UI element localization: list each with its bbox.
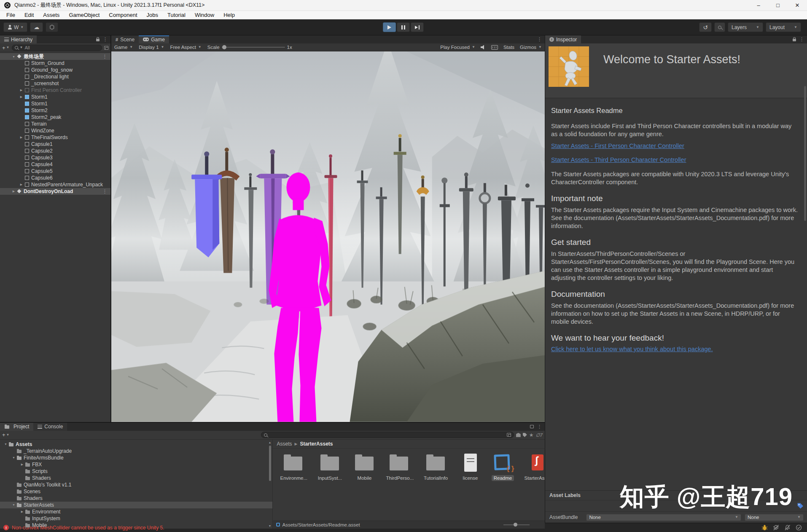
game-viewport[interactable] (111, 51, 545, 422)
cloud-services-button[interactable]: ☁ (30, 22, 43, 32)
asset-item[interactable]: ThirdPerso... (385, 453, 413, 481)
panel-menu-icon[interactable]: ⋮ (103, 37, 108, 42)
readme-block[interactable]: Starter Assets - First Person Character … (551, 142, 799, 149)
hierarchy-item[interactable]: Capsule4 ⋮ (0, 161, 110, 168)
asset-item[interactable]: TutorialInfo (422, 453, 450, 481)
expand-arrow-icon[interactable] (19, 89, 24, 92)
project-tree-item[interactable]: InputSystem (0, 515, 272, 522)
project-search-input[interactable] (261, 432, 514, 438)
hierarchy-item[interactable]: Ground_fog_snow ⋮ (0, 67, 110, 73)
lock-icon[interactable] (96, 39, 100, 41)
hierarchy-item[interactable]: Storm2 ⋮ (0, 107, 110, 114)
expand-arrow-icon[interactable] (11, 190, 16, 193)
create-asset-button[interactable]: +▼ (2, 432, 10, 438)
project-tree-item[interactable]: _TerrainAutoUpgrade (0, 448, 272, 454)
stats-toggle[interactable]: Stats (503, 45, 514, 50)
expand-arrow-icon[interactable] (19, 136, 24, 139)
tab-scene[interactable]: # Scene (111, 35, 139, 43)
project-tree-item[interactable]: Shaders (0, 495, 272, 502)
menu-item[interactable]: GameObject (64, 12, 104, 18)
activity-check-icon[interactable] (796, 524, 802, 531)
asset-item[interactable]: Mobile (353, 453, 377, 481)
hierarchy-item[interactable]: Storm1 ⋮ (0, 100, 110, 107)
tab-game[interactable]: Game (139, 35, 169, 43)
assetbundle-variant-dropdown[interactable]: None ▼ (745, 514, 804, 521)
scroll-down-icon[interactable]: ▼ (269, 524, 272, 527)
expand-arrow-icon[interactable] (19, 183, 24, 186)
project-tree-item[interactable]: Scenes (0, 488, 272, 495)
favorite-search-icon[interactable]: ★ (529, 432, 534, 438)
undo-history-button[interactable]: ↺ (699, 22, 712, 32)
project-tree-item[interactable]: StarterAssets (0, 502, 272, 508)
menu-item[interactable]: Tutorial (163, 12, 190, 18)
menu-item[interactable]: Window (190, 12, 219, 18)
hierarchy-item[interactable]: NestedParentArmature_Unpack ⋮ (0, 181, 110, 188)
hierarchy-item[interactable]: Storm1 ⋮ (0, 94, 110, 100)
asset-item[interactable]: StarterAss... (524, 453, 545, 481)
close-button[interactable]: ✕ (788, 0, 807, 11)
expand-arrow-icon[interactable] (11, 456, 16, 459)
pick-matches-icon[interactable] (104, 46, 108, 50)
readme-block[interactable]: Click here to let us know what you think… (551, 346, 799, 352)
hidden-count-toggle[interactable]: ∅7 (536, 432, 543, 438)
project-tree-item[interactable]: QianMo's Toolkit v1.1 (0, 481, 272, 488)
layers-muted-icon[interactable] (773, 524, 779, 531)
search-button[interactable] (714, 22, 725, 32)
hierarchy-item[interactable]: Capsule3 ⋮ (0, 154, 110, 161)
gizmos-dropdown[interactable]: Gizmos▼ (520, 45, 542, 50)
menu-item[interactable]: File (2, 12, 20, 18)
create-object-button[interactable]: +▼ (2, 45, 10, 51)
search-in-icon[interactable] (507, 433, 511, 437)
icon-size-slider[interactable] (503, 524, 530, 525)
hierarchy-item[interactable]: TheFinalSwords ⋮ (0, 134, 110, 141)
step-button[interactable] (411, 22, 424, 32)
play-button[interactable] (383, 22, 396, 32)
project-tree-item[interactable]: FiniteArmsBundle (0, 454, 272, 461)
item-menu-icon[interactable]: ⋮ (102, 54, 110, 59)
menu-item[interactable]: Edit (20, 12, 38, 18)
project-tree-item[interactable]: Environment (0, 508, 272, 515)
project-tree-item[interactable]: FBX (0, 461, 272, 468)
asset-item[interactable]: Environme... (280, 453, 307, 481)
hierarchy-item[interactable]: Storm_Ground ⋮ (0, 60, 110, 67)
project-tree-item[interactable]: Shaders (0, 475, 272, 481)
menu-item[interactable]: Assets (38, 12, 64, 18)
lock-icon[interactable] (793, 39, 796, 41)
breadcrumb-root[interactable]: Assets (277, 441, 292, 447)
display-target-dropdown[interactable]: Game▼ (114, 45, 133, 50)
layout-dropdown[interactable]: Layout▼ (766, 22, 801, 32)
readme-block[interactable]: Starter Assets - Third Person Character … (551, 156, 799, 163)
layers-dropdown[interactable]: Layers▼ (728, 22, 763, 32)
hierarchy-item[interactable]: 最终场景 ⋮ (0, 53, 110, 60)
project-tree-item[interactable]: Assets (0, 441, 272, 448)
mute-audio-icon[interactable] (481, 45, 486, 50)
tag-icon[interactable] (797, 502, 804, 509)
hierarchy-item[interactable]: Storm2_peak ⋮ (0, 114, 110, 121)
hierarchy-item[interactable]: Capsule1 ⋮ (0, 141, 110, 148)
expand-arrow-icon[interactable] (19, 510, 25, 513)
hierarchy-item[interactable]: DontDestroyOnLoad ⋮ (0, 188, 110, 195)
tab-hierarchy[interactable]: Hierarchy (0, 35, 37, 43)
label-filter-icon[interactable] (523, 433, 527, 437)
notifications-muted-icon[interactable] (784, 524, 791, 531)
tab-console[interactable]: Console (33, 423, 67, 431)
project-tree-item[interactable]: Mobile (0, 522, 272, 529)
hierarchy-item[interactable]: Capsule6 ⋮ (0, 175, 110, 181)
item-menu-icon[interactable]: ⋮ (102, 189, 110, 194)
menu-item[interactable]: Help (219, 12, 239, 18)
scroll-up-icon[interactable]: ▲ (269, 441, 272, 444)
menu-item[interactable]: Component (104, 12, 142, 18)
inspector-scrollbar[interactable] (804, 86, 806, 221)
hierarchy-search-input[interactable]: ▼ All (12, 45, 102, 51)
hierarchy-item[interactable]: First Person Controller ⋮ (0, 87, 110, 94)
assetbundle-dropdown[interactable]: None ▼ (586, 514, 741, 521)
tab-inspector[interactable]: Inspector (545, 35, 581, 43)
expand-arrow-icon[interactable] (19, 463, 25, 466)
asset-item[interactable]: Readme (491, 453, 515, 481)
panel-menu-icon[interactable]: ⋮ (799, 37, 804, 42)
plastic-scm-button[interactable] (46, 22, 58, 32)
menu-item[interactable]: Jobs (142, 12, 163, 18)
scale-slider[interactable]: Scale 1x (207, 45, 292, 50)
asset-item[interactable]: InputSyst... (316, 453, 344, 481)
play-focused-dropdown[interactable]: Play Focused▼ (440, 45, 475, 50)
